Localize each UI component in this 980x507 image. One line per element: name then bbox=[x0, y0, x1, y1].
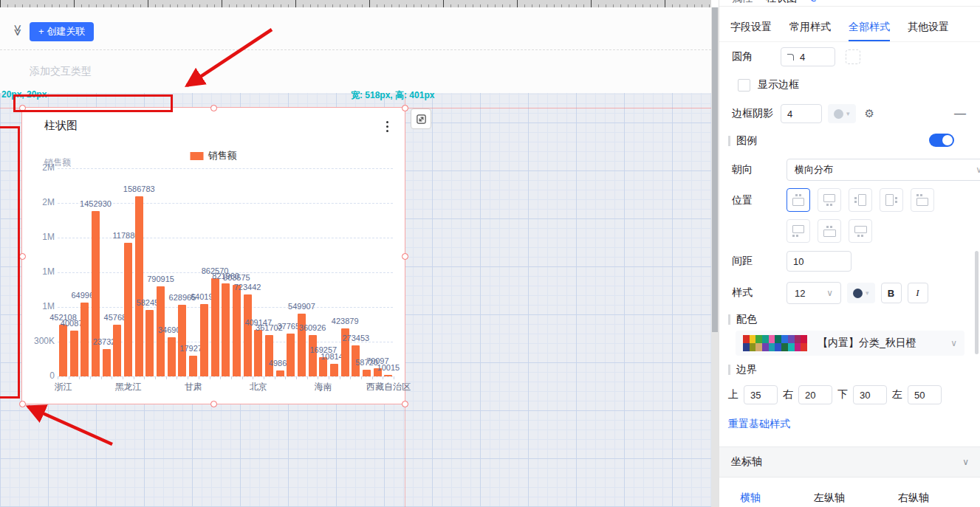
panel-scrollbar[interactable] bbox=[975, 251, 979, 354]
legend-position-option-dots-top-left[interactable] bbox=[911, 188, 934, 212]
bar[interactable] bbox=[233, 285, 241, 376]
collapse-section-icon[interactable]: — bbox=[954, 107, 966, 120]
tab-常用样式[interactable]: 常用样式 bbox=[789, 21, 831, 41]
color-scheme-select[interactable]: 【内置】分类_秋日橙 ∨ bbox=[736, 331, 964, 356]
boundary-左-input[interactable] bbox=[908, 385, 942, 404]
selection-handle[interactable] bbox=[402, 105, 408, 111]
position-icon bbox=[916, 194, 928, 206]
rounded-corner-input[interactable]: 4 bbox=[781, 47, 835, 66]
x-axis-tick bbox=[340, 376, 340, 379]
legend-position-option-dots-right[interactable] bbox=[880, 188, 903, 212]
font-color-picker[interactable]: ▾ bbox=[847, 283, 875, 303]
bar[interactable] bbox=[309, 335, 317, 376]
show-border-checkbox[interactable] bbox=[738, 79, 750, 92]
shadow-color-picker[interactable]: ▾ bbox=[828, 104, 856, 123]
bar[interactable] bbox=[276, 370, 284, 376]
bar[interactable] bbox=[178, 305, 186, 376]
x-axis-tick bbox=[307, 376, 308, 379]
resize-expand-icon[interactable] bbox=[411, 108, 431, 129]
bar[interactable] bbox=[124, 243, 132, 376]
reset-base-style-link[interactable]: 重置基础样式 bbox=[728, 418, 790, 431]
y-tick-label: 1M bbox=[25, 232, 55, 242]
bar-value-label: 1586783 bbox=[123, 184, 155, 193]
selection-handle[interactable] bbox=[402, 401, 408, 407]
palette-color bbox=[781, 343, 788, 351]
axis-section-header[interactable]: 坐标轴 ∨ bbox=[719, 446, 980, 477]
palette-color bbox=[788, 335, 795, 343]
selection-handle[interactable] bbox=[402, 253, 408, 260]
boundary-右-input[interactable] bbox=[798, 385, 832, 404]
position-rect bbox=[854, 226, 867, 233]
chart-widget[interactable]: 柱状图 销售额 销售额 2M2M1M1M1M300K04521084008786… bbox=[22, 108, 405, 404]
bar[interactable] bbox=[254, 330, 262, 376]
selection-handle[interactable] bbox=[19, 253, 26, 260]
bar[interactable] bbox=[103, 349, 111, 376]
bar[interactable] bbox=[59, 325, 67, 376]
bar[interactable] bbox=[168, 337, 176, 376]
legend-position-option-dots-bottom-left[interactable] bbox=[787, 219, 810, 243]
sync-icon[interactable]: ⟳ bbox=[810, 0, 819, 4]
gear-icon[interactable]: ⚙ bbox=[865, 107, 874, 120]
bar[interactable] bbox=[113, 325, 121, 376]
chart-legend[interactable]: 销售额 bbox=[191, 149, 237, 162]
bar[interactable] bbox=[200, 304, 208, 376]
palette-color bbox=[762, 343, 769, 351]
selection-handle[interactable] bbox=[210, 105, 217, 111]
legend-swatch bbox=[191, 152, 204, 160]
create-association-button[interactable]: + 创建关联 bbox=[30, 22, 94, 41]
legend-toggle[interactable] bbox=[929, 134, 954, 147]
bar[interactable] bbox=[363, 370, 371, 376]
legend-position-option-dots-top-sm[interactable] bbox=[818, 219, 841, 243]
legend-position-option-dots-bottom[interactable] bbox=[818, 188, 841, 212]
axis-tab-左纵轴[interactable]: 左纵轴 bbox=[814, 492, 845, 505]
bar[interactable] bbox=[384, 375, 392, 376]
bar[interactable] bbox=[145, 310, 154, 376]
canvas-scrollbar[interactable] bbox=[711, 7, 719, 507]
boundary-下-input[interactable] bbox=[853, 385, 887, 404]
legend-position-option-dots-left[interactable] bbox=[849, 188, 872, 212]
bar[interactable] bbox=[80, 303, 89, 376]
orientation-select[interactable]: 横向分布 ∨ bbox=[787, 159, 980, 181]
selection-handle[interactable] bbox=[210, 401, 217, 407]
x-axis-tick bbox=[58, 376, 58, 379]
selection-handle[interactable] bbox=[19, 401, 26, 407]
legend-position-option-dots-top[interactable] bbox=[787, 188, 810, 212]
axis-tab-横轴[interactable]: 横轴 bbox=[740, 492, 761, 505]
font-size-select[interactable]: 12 ∨ bbox=[787, 282, 841, 304]
bar[interactable] bbox=[70, 331, 78, 376]
bar[interactable] bbox=[330, 364, 338, 376]
x-axis-tick bbox=[199, 376, 199, 379]
border-shadow-input[interactable] bbox=[781, 104, 822, 123]
spacing-input[interactable] bbox=[787, 251, 851, 272]
bar[interactable] bbox=[211, 278, 219, 376]
tab-全部样式[interactable]: 全部样式 bbox=[849, 21, 890, 41]
bar[interactable] bbox=[222, 283, 230, 376]
style-row: 样式 12 ∨ ▾ B I bbox=[732, 282, 928, 304]
bar[interactable] bbox=[265, 335, 273, 376]
palette-color bbox=[795, 335, 801, 343]
bar[interactable] bbox=[287, 334, 295, 376]
x-tick-label: 甘肃 bbox=[185, 381, 202, 393]
bar[interactable] bbox=[189, 356, 197, 376]
axis-tab-右纵轴[interactable]: 右纵轴 bbox=[898, 492, 929, 505]
legend-section-label: 图例 bbox=[736, 134, 757, 148]
boundary-上-input[interactable] bbox=[744, 385, 778, 404]
bar-value-label: 360926 bbox=[299, 323, 326, 332]
bold-button[interactable]: B bbox=[881, 283, 902, 303]
collapse-icon[interactable]: ≫ bbox=[11, 24, 24, 36]
interaction-type-placeholder: 添加交互类型 bbox=[30, 65, 92, 78]
position-dots bbox=[857, 235, 863, 237]
corner-select-icon[interactable] bbox=[846, 49, 860, 64]
italic-button[interactable]: I bbox=[908, 283, 928, 303]
panel-header: 属性 柱状图 ⟳ › bbox=[719, 0, 980, 7]
tab-其他设置[interactable]: 其他设置 bbox=[908, 21, 949, 41]
bar[interactable] bbox=[135, 196, 143, 376]
legend-position-option-dots-bottom-sm[interactable] bbox=[849, 219, 872, 243]
rounded-corner-row: 圆角 4 bbox=[732, 47, 860, 66]
kebab-menu-icon[interactable] bbox=[386, 121, 388, 132]
bar-value-label: 790915 bbox=[147, 275, 174, 283]
color-scheme-name: 【内置】分类_秋日橙 bbox=[818, 337, 940, 350]
tab-字段设置[interactable]: 字段设置 bbox=[730, 21, 772, 41]
bar[interactable] bbox=[92, 211, 100, 376]
bar[interactable] bbox=[244, 294, 252, 376]
